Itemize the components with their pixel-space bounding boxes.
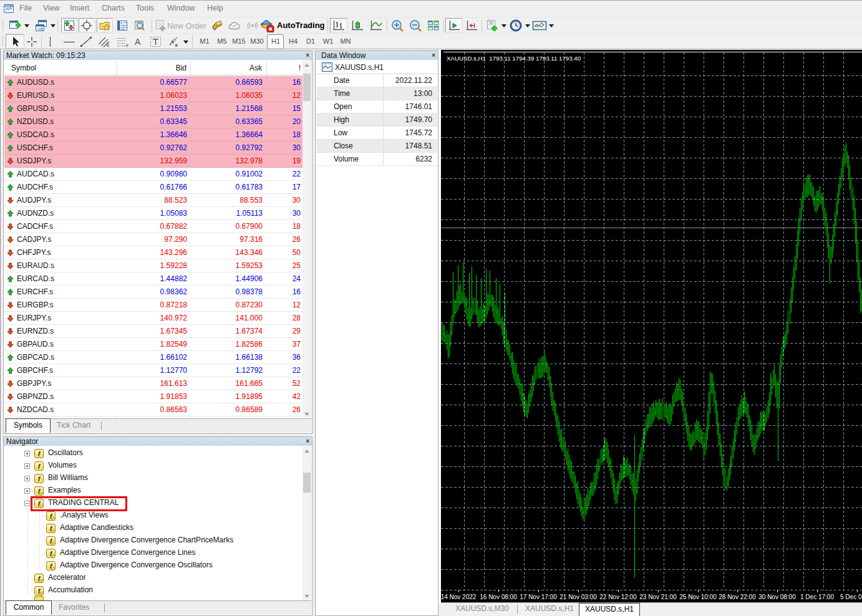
svg-text:21 Nov 03:00: 21 Nov 03:00 bbox=[559, 594, 597, 600]
svg-text:5 Dec 02:00: 5 Dec 02:00 bbox=[840, 594, 862, 600]
svg-text:XAUUSD.s,H1 1793.11 1794.39 1: XAUUSD.s,H1 1793.11 1794.39 1793.11 1793… bbox=[447, 55, 581, 62]
svg-text:17 Nov 17:00: 17 Nov 17:00 bbox=[520, 594, 557, 600]
svg-text:30 Nov 08:00: 30 Nov 08:00 bbox=[758, 594, 796, 600]
svg-text:14 Nov 2022: 14 Nov 2022 bbox=[441, 594, 477, 600]
svg-text:22 Nov 12:00: 22 Nov 12:00 bbox=[599, 594, 637, 600]
svg-text:23 Nov 21:00: 23 Nov 21:00 bbox=[639, 594, 677, 600]
svg-text:F: F bbox=[126, 44, 128, 48]
svg-text:16 Nov 08:00: 16 Nov 08:00 bbox=[480, 594, 517, 600]
svg-text:E: E bbox=[107, 43, 110, 47]
svg-text:28 Nov 22:00: 28 Nov 22:00 bbox=[719, 594, 756, 600]
svg-text:25 Nov 10:00: 25 Nov 10:00 bbox=[679, 594, 717, 600]
svg-text:1 Dec 17:00: 1 Dec 17:00 bbox=[800, 594, 834, 600]
